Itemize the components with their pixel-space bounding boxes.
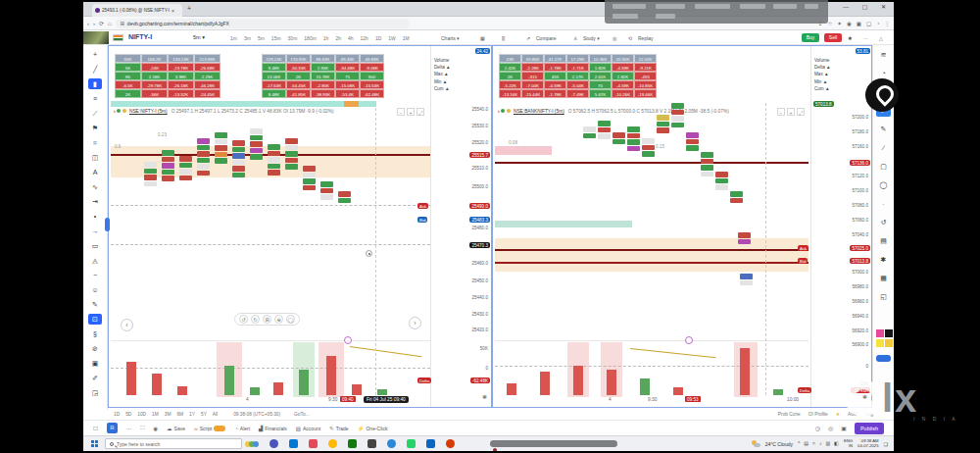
pane-button[interactable]: + [787,108,795,116]
taskbar-app-icon[interactable] [328,439,337,448]
scroll-right-button[interactable]: › [409,317,421,329]
timeframe-1M[interactable]: 1M [403,35,410,41]
goto-button[interactable]: GoTo... [294,412,309,417]
browser-ext-icon-7[interactable]: ⋮ [885,21,891,26]
crosshair-tool[interactable]: + [88,49,102,60]
account-button[interactable]: ▤Account [296,426,320,431]
replay-button[interactable]: Replay [638,35,654,41]
zoom-tool-button[interactable]: ⊕ [274,315,283,324]
price-axis[interactable]: 53.81VolumeDelta ▲Max ▲Min ▲Cum ▲57013.8… [810,46,871,408]
theme-button[interactable]: ◉ [153,426,158,431]
color-swatch-3[interactable] [885,339,893,347]
range-1Y[interactable]: 1Y [189,412,195,417]
sell-button[interactable]: Sell [824,33,842,42]
stats-row-label[interactable]: Delta ▲ [434,65,451,70]
candle-type-icon[interactable]: ⫿⫿ [502,35,505,42]
settings-tool[interactable]: ✱ [876,254,891,266]
layout-button[interactable]: ⊟ [107,423,118,433]
timeframe-180m[interactable]: 180m [304,35,317,41]
axis-settings-icon[interactable]: ✱ [482,393,487,400]
study-icon[interactable]: ♙ [573,35,577,41]
ellipse-tool[interactable]: ◯ [876,179,891,191]
magnet-tool[interactable]: ◲ [88,387,102,398]
stats-row-label[interactable]: Cum ▲ [434,86,451,91]
tray-icon-1[interactable]: ▤ [804,440,808,447]
wave-tool[interactable]: ∿ [88,181,102,192]
shape-tool[interactable]: ▢ [876,161,891,173]
browser-ext-icon-6[interactable]: ◔ [876,21,879,26]
new-tab-button[interactable]: + [187,5,191,12]
link-tool[interactable]: § [88,328,102,339]
range-5Y[interactable]: 5Y [201,412,207,417]
zoom-tool-button[interactable]: ◯ [286,315,295,324]
stats-row-label[interactable]: Volume [434,58,451,63]
taskbar-app-icon[interactable] [348,439,357,448]
pen-tool[interactable]: ✎ [876,124,891,135]
timeframe-1h[interactable]: 1h [323,35,329,41]
delete-tool[interactable]: ▣ [88,358,102,369]
more-button[interactable]: ⋯ [126,426,132,431]
taskbar-app-icon[interactable] [446,439,455,448]
color-swatch-0[interactable] [876,329,884,337]
tray-icon-4[interactable]: ▥ [826,440,831,447]
timeframe-current[interactable]: 5m ▾ [193,34,205,40]
notification-icon[interactable]: ❏ [884,441,888,447]
edit-tool[interactable]: ✐ [88,373,102,383]
arrow-tool[interactable]: → [88,226,102,236]
timeframe-5m[interactable]: 5m [258,35,265,41]
timeframe-1W[interactable]: 1W [388,35,396,41]
stats-row-label[interactable]: Delta ▲ [814,65,831,70]
fullscreen-button[interactable]: ⛶ [140,425,144,431]
alert-button[interactable]: ◔Alert [234,426,250,431]
measure-tool[interactable]: ⇥ [88,196,102,207]
replay-icon[interactable]: ⟲ [628,35,632,41]
range-All[interactable]: All [213,412,218,417]
fib-tool[interactable]: ≡ [88,93,102,104]
taskbar-app-icon[interactable] [387,439,396,448]
timeframe-1D[interactable]: 1D [375,35,381,41]
chart-panel-nifty[interactable]: 55K166.2K133.13K213.98K5K-24K-23.78K-26.… [108,45,492,408]
pattern-tool[interactable]: ◫ [88,152,102,163]
rectangle-tool[interactable]: ▭ [88,240,102,251]
toolbar-more-icon[interactable]: ⋯ [863,35,868,41]
pane-button[interactable]: ⤢ [797,108,805,116]
reload-icon[interactable]: ⟳ [99,20,104,26]
shapes-tool[interactable]: ◬ [88,255,102,266]
highlighter-tool[interactable]: ∕ [876,142,891,154]
tray-icon-2[interactable]: ⌾ [812,440,815,447]
price-axis[interactable]: 24.42VolumeDelta ▲Max ▲Min ▲Cum ▲25540.0… [430,46,491,408]
timeframe-2h[interactable]: 2h [335,35,341,41]
event-marker[interactable] [344,336,352,344]
site-info-icon[interactable]: ⊞ [121,21,124,26]
footer-link-2[interactable]: ★ [836,412,840,417]
weather-text[interactable]: 24°C Cloudy [765,441,793,447]
financials-button[interactable]: ▟Financials [259,426,287,431]
browser-ext-icon-3[interactable]: ◉ [847,21,852,26]
timeframe-3m[interactable]: 3m [244,35,251,41]
stats-row-label[interactable]: Cum ▲ [814,86,831,91]
trendline-tool[interactable]: ╱ [88,64,102,75]
scroll-left-button[interactable]: ‹ [121,319,133,331]
study-button[interactable]: Study ▾ [583,35,600,41]
flag-tool[interactable]: ⚑ [88,123,102,133]
zoom-tool-button[interactable]: ⊞ [263,315,271,324]
settings-gear-icon[interactable]: ✱ [848,35,852,41]
watchlist-icon[interactable]: ≋ [876,49,891,61]
ray-tool[interactable]: ⟋ [88,108,102,119]
dot-tool[interactable]: ∙ [876,198,891,210]
charts-menu[interactable]: Charts ▾ [441,35,460,41]
buy-button[interactable]: Buy [802,33,819,42]
taskbar-app-icon[interactable] [270,439,278,448]
taskbar-search[interactable]: Type here to search [105,438,242,449]
browser-ext-icon-1[interactable]: ☆ [827,21,832,26]
app-logo[interactable] [83,31,109,44]
stats-row-label[interactable]: Min ▲ [434,79,451,84]
board-tool[interactable]: ▤ [876,235,891,247]
layout-grid-icon[interactable]: ▦ [480,35,485,41]
pane-button[interactable]: − [777,108,785,116]
zoom-tool-button[interactable]: ↺ [239,315,248,324]
range-10D[interactable]: 10D [137,412,146,417]
chart-panel-banknifty[interactable]: 23K33.85K41.17K17.29K10.36K20.55K22.02K2… [492,45,872,408]
lock-tool[interactable]: ⊡ [88,314,102,325]
script-button[interactable]: ‹›Script [194,426,225,431]
